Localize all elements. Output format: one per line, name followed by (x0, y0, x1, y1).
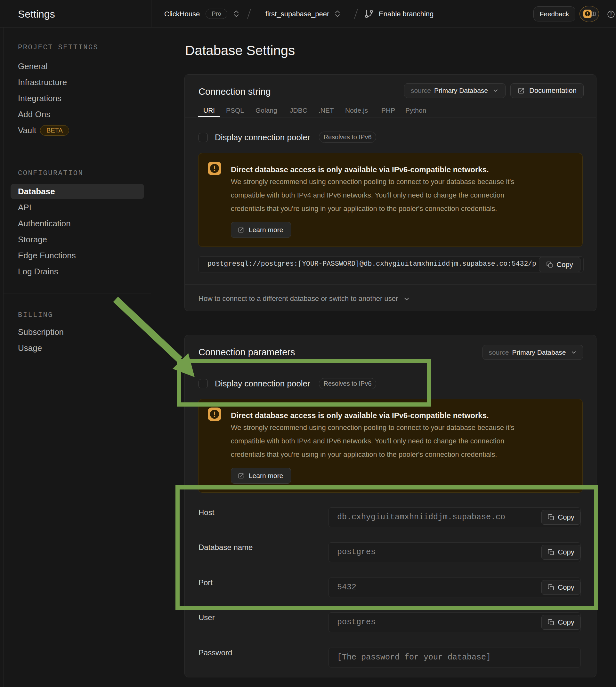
svg-text:?: ? (610, 12, 613, 17)
